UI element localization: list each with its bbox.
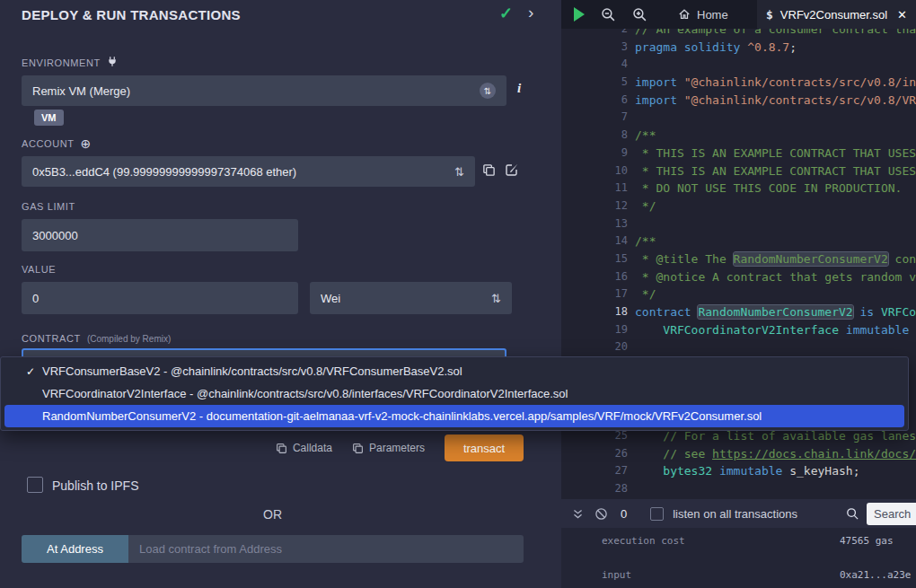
gas-limit-input[interactable] (22, 219, 298, 251)
account-select[interactable]: 0x5B3...eddC4 (99.99999999999997374068 e… (22, 156, 475, 187)
value-unit-select[interactable]: Wei ⇅ (310, 282, 512, 314)
parameters-button[interactable]: Parameters (352, 442, 425, 454)
code-line: 17 */ (561, 285, 916, 303)
terminal-toolbar: 0 listen on all transactions (561, 499, 916, 528)
vm-badge: VM (34, 110, 64, 126)
contract-option[interactable]: ✓VRFConsumerBaseV2 - @chainlink/contract… (1, 360, 908, 382)
tab-home[interactable]: Home (669, 0, 737, 29)
code-line: 16 * @notice A contract that gets random… (561, 268, 916, 286)
compile-success-icon: ✓ (499, 4, 513, 23)
code-line: 20 (561, 338, 916, 356)
code-line: 18contract RandomNumberConsumerV2 is VRF… (561, 303, 916, 321)
code-line: 26 // see https://docs.chain.link/docs/ (561, 445, 916, 463)
solidity-file-icon: $ (766, 8, 773, 22)
search-icon[interactable] (846, 507, 859, 521)
code-line: 7 (561, 109, 916, 127)
select-arrows-icon: ⇅ (454, 165, 464, 179)
select-arrows-icon: ⇅ (491, 292, 501, 305)
environment-label: ENVIRONMENT (22, 56, 118, 69)
editor-tabbar: Home $ VRFv2Consumer.sol ✕ (561, 0, 916, 29)
terminal-search-input[interactable] (867, 503, 916, 525)
collapse-terminal-icon[interactable] (572, 508, 584, 520)
contract-dropdown: ✓VRFConsumerBaseV2 - @chainlink/contract… (0, 356, 909, 431)
zoom-out-icon[interactable] (601, 7, 616, 22)
account-label: ACCOUNT ⊕ (22, 136, 92, 151)
panel-collapse-icon[interactable]: › (528, 3, 533, 22)
check-icon: ✓ (26, 365, 35, 378)
code-line: 4 (561, 56, 916, 74)
remix-ide-window: DEPLOY & RUN TRANSACTIONS ✓ › ENVIRONMEN… (0, 0, 916, 588)
code-line: 5import "@chainlink/contracts/src/v0.8/i… (561, 74, 916, 92)
code-line: 19 VRFCoordinatorV2Interface immutable (561, 321, 916, 339)
code-line: 3pragma solidity ^0.8.7; (561, 39, 916, 57)
zoom-in-icon[interactable] (632, 7, 647, 22)
clear-terminal-icon[interactable] (595, 507, 608, 521)
code-line: 13 (561, 215, 916, 233)
copy-account-icon[interactable] (482, 163, 496, 180)
deploy-actions: Calldata Parameters transact (22, 434, 524, 461)
code-line: 8/** (561, 127, 916, 145)
clipboard-icon (352, 443, 364, 454)
listen-all-transactions-checkbox[interactable] (650, 507, 664, 521)
transaction-count-badge: 0 (621, 507, 627, 521)
edit-account-icon[interactable] (505, 162, 519, 180)
at-address-input[interactable] (128, 535, 524, 563)
select-arrows-icon: ⇅ (480, 83, 496, 99)
value-input[interactable] (22, 282, 298, 314)
plug-icon (107, 56, 118, 69)
code-line: 15 * @title The RandomNumberConsumerV2 c… (561, 250, 916, 268)
run-script-icon[interactable] (574, 7, 585, 22)
or-divider: OR (0, 507, 545, 522)
tab-file-vrfv2consumer[interactable]: $ VRFv2Consumer.sol ✕ (757, 0, 916, 29)
publish-ipfs-checkbox[interactable] (27, 477, 43, 493)
panel-title: DEPLOY & RUN TRANSACTIONS (22, 7, 241, 22)
clipboard-icon (276, 443, 287, 454)
terminal-panel: 0 listen on all transactions execution c… (561, 499, 916, 588)
code-line: 6import "@chainlink/contracts/src/v0.8/V… (561, 92, 916, 110)
close-tab-icon[interactable]: ✕ (897, 8, 907, 22)
at-address-button[interactable]: At Address (22, 535, 128, 563)
home-icon (678, 8, 691, 21)
terminal-log-row: input0xa21...a23e (561, 569, 916, 581)
environment-info-icon[interactable]: i (517, 81, 521, 96)
code-line: 27 bytes32 immutable s_keyHash; (561, 462, 916, 480)
terminal-log: execution cost47565 gasinput0xa21...a23e (561, 528, 916, 588)
code-line: 11 * DO NOT USE THIS CODE IN PRODUCTION. (561, 180, 916, 197)
calldata-button[interactable]: Calldata (276, 442, 332, 454)
transact-button[interactable]: transact (445, 434, 524, 461)
code-line: 28 (561, 480, 916, 498)
environment-select[interactable]: Remix VM (Merge) ⇅ (22, 75, 506, 106)
gas-limit-label: GAS LIMIT (22, 201, 75, 212)
publish-ipfs-label: Publish to IPFS (52, 478, 139, 493)
contract-label: CONTRACT (Compiled by Remix) (22, 333, 171, 344)
contract-option[interactable]: VRFCoordinatorV2Interface - @chainlink/c… (1, 382, 908, 405)
terminal-log-row: execution cost47565 gas (561, 535, 916, 547)
code-line: 9 * THIS IS AN EXAMPLE CONTRACT THAT USE… (561, 145, 916, 162)
code-line: 10 * THIS IS AN EXAMPLE CONTRACT THAT US… (561, 162, 916, 180)
listen-all-transactions-label: listen on all transactions (673, 507, 797, 521)
code-line: 14/** (561, 233, 916, 250)
contract-option[interactable]: RandomNumberConsumerV2 - documentation-g… (4, 405, 904, 427)
value-label: VALUE (22, 264, 56, 275)
code-line: 12 */ (561, 197, 916, 215)
add-account-icon[interactable]: ⊕ (81, 136, 92, 151)
